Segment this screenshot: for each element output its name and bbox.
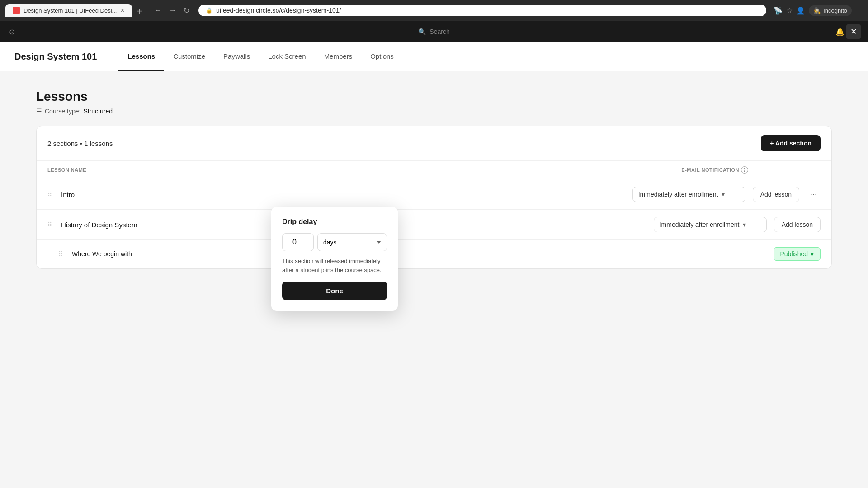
drip-popup-title: Drip delay [282,218,387,226]
section-row-history: ⠿ History of Design System Immediately a… [37,210,831,240]
page-title: Lessons [36,89,832,104]
search-icon: 🔍 [418,28,426,35]
drag-handle-history[interactable]: ⠿ [47,221,52,228]
overlay-left-icons: ⊙ [9,28,15,36]
drag-handle[interactable]: ⠿ [47,191,52,198]
section-row-intro: ⠿ Intro Immediately after enrollment ▾ A… [37,179,831,210]
drip-value-intro: Immediately after enrollment [638,191,718,198]
bell-icon[interactable]: 🔔 [835,28,844,36]
incognito-button[interactable]: 🕵 Incognito [809,5,852,16]
drip-dropdown-intro[interactable]: Immediately after enrollment ▾ [632,187,745,202]
add-lesson-button-intro[interactable]: Add lesson [753,187,799,202]
drip-unit-select[interactable]: days weeks months [317,233,387,251]
lock-icon: 🔒 [206,7,212,14]
nav-tabs: Lessons Customize Paywalls Lock Screen M… [118,42,403,71]
sections-count: 2 sections • 1 lessons [47,140,113,147]
col-email-notif-header: E-MAIL NOTIFICATION ? [681,166,748,174]
overlay-topbar: ⊙ 🔍 Search 🔔 💬 ✕ [0,21,868,42]
reload-button[interactable]: ↻ [182,5,191,17]
add-lesson-button-history[interactable]: Add lesson [774,217,821,232]
col-lesson-name-header: LESSON NAME [47,167,681,173]
tab-title: Design System 101 | UIFeed Desi... [24,7,117,14]
tab-members[interactable]: Members [315,42,362,71]
back-button[interactable]: ← [153,5,164,16]
drip-delay-popup: Drip delay days weeks months This sectio… [271,207,398,311]
incognito-icon: 🕵 [813,7,821,14]
lesson-row-where-we-begin: ⠿ Where We begin with Published ▾ [37,240,831,268]
list-icon: ☰ [36,108,42,115]
overlay-close-button[interactable]: ✕ [846,24,861,39]
add-section-button[interactable]: + Add section [761,135,821,151]
help-icon[interactable]: ? [741,166,748,174]
tab-options[interactable]: Options [361,42,403,71]
drip-inputs: days weeks months [282,233,387,251]
active-tab[interactable]: Design System 101 | UIFeed Desi... ✕ [5,4,132,17]
search-text: Search [429,28,449,35]
main-content: Lessons ☰ Course type: Structured 2 sect… [0,71,868,488]
tab-customize[interactable]: Customize [164,42,214,71]
chevron-down-icon-3: ▾ [811,250,814,258]
app-title: Design System 101 [14,52,97,62]
published-status-badge[interactable]: Published ▾ [774,247,821,261]
menu-icon[interactable]: ⋮ [855,6,863,15]
app-header: Design System 101 Lessons Customize Payw… [0,42,868,71]
home-icon: ⊙ [9,28,15,36]
browser-controls: ← → ↻ [153,5,191,17]
drip-value-history: Immediately after enrollment [660,221,740,228]
course-type-row: ☰ Course type: Structured [36,108,832,115]
chevron-down-icon-2: ▾ [743,221,746,228]
star-icon[interactable]: ☆ [786,6,793,15]
drip-number-input[interactable] [282,233,314,251]
overlay-search[interactable]: 🔍 Search [418,28,449,35]
done-button[interactable]: Done [282,282,387,300]
tab-paywalls[interactable]: Paywalls [214,42,259,71]
forward-button[interactable]: → [167,5,178,16]
lessons-card: 2 sections • 1 lessons + Add section LES… [36,126,832,269]
browser-right-controls: 📡 ☆ 👤 🕵 Incognito ⋮ [774,5,863,16]
browser-chrome: Design System 101 | UIFeed Desi... ✕ + ←… [0,0,868,21]
address-bar[interactable]: 🔒 uifeed-design.circle.so/c/design-syste… [198,5,766,16]
drip-dropdown-history[interactable]: Immediately after enrollment ▾ [654,217,767,232]
url-text: uifeed-design.circle.so/c/design-system-… [216,7,341,14]
drag-handle-lesson[interactable]: ⠿ [58,250,63,258]
close-icon: ✕ [850,27,857,37]
course-type-label: Course type: [45,108,80,115]
profile-icon[interactable]: 👤 [796,6,805,15]
status-label: Published [780,250,808,258]
incognito-label: Incognito [823,7,847,14]
tab-close-button[interactable]: ✕ [120,7,125,14]
browser-tabs: Design System 101 | UIFeed Desi... ✕ + [5,4,146,17]
table-header: LESSON NAME E-MAIL NOTIFICATION ? [37,161,831,179]
tab-lock-screen[interactable]: Lock Screen [259,42,315,71]
drip-description: This section will released immediately a… [282,257,387,274]
course-type-value[interactable]: Structured [83,108,113,115]
chevron-down-icon: ▾ [722,191,725,198]
tab-favicon [13,7,20,14]
new-tab-button[interactable]: + [133,6,146,17]
cast-icon: 📡 [774,6,783,15]
lesson-name: Where We begin with [72,250,766,258]
section-name-intro: Intro [61,191,625,198]
tab-lessons[interactable]: Lessons [118,42,164,71]
more-options-button-intro[interactable]: ··· [807,188,821,201]
card-header: 2 sections • 1 lessons + Add section [37,126,831,161]
